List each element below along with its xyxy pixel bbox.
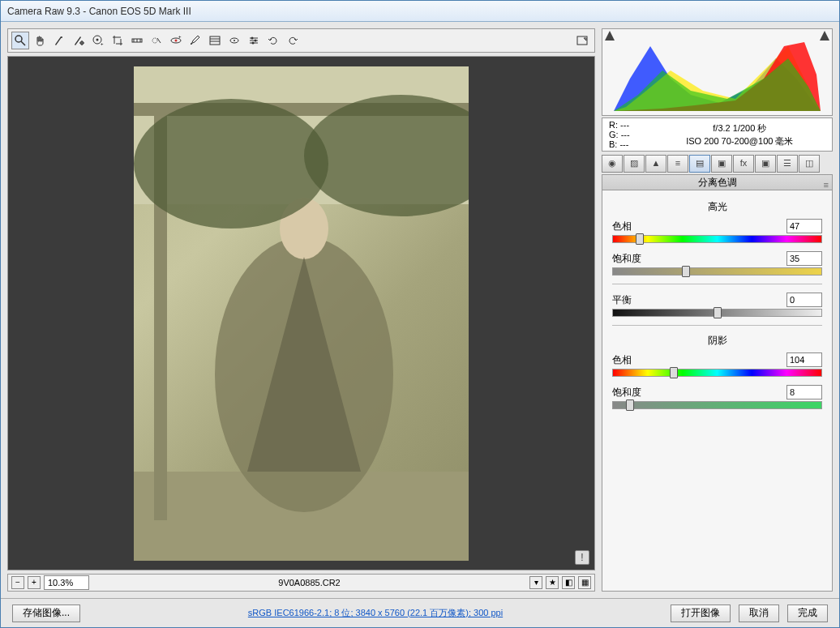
adjustment-brush-tool-icon[interactable] [186,32,204,49]
cancel-button[interactable]: 取消 [739,605,779,622]
highlight-hue-slider[interactable] [612,235,822,243]
graduated-filter-tool-icon[interactable] [206,32,224,49]
preview-footer: − + 10.3% 9V0A0885.CR2 ▾ ★ ◧ ▦ [7,574,595,592]
divider2 [612,325,822,326]
shadows-heading: 阴影 [612,334,822,348]
split-toning-panel: 高光 色相 饱和度 [602,190,833,592]
panel-title: 分离色调 [698,177,737,188]
svg-rect-17 [210,36,220,45]
tab-fx[interactable]: fx [733,155,754,173]
tab-camera[interactable]: ▣ [755,155,776,173]
thumbnail-icon[interactable]: ▦ [578,576,591,589]
zoom-level[interactable]: 10.3% [44,575,89,590]
tab-presets[interactable]: ☰ [777,155,798,173]
highlight-clip-icon[interactable] [820,31,829,41]
b-value: B: --- [609,139,630,149]
top-toolbar: + + [7,28,595,53]
shadow-sat-row: 饱和度 [612,385,822,409]
red-eye-tool-icon[interactable]: + [167,32,185,49]
preferences-icon[interactable] [245,32,263,49]
filename-label: 9V0A0885.CR2 [92,578,526,587]
svg-line-1 [21,41,25,45]
crop-tool-icon[interactable] [109,32,126,49]
shadow-sat-slider[interactable] [612,401,822,409]
balance-input[interactable] [786,293,822,307]
shadow-hue-input[interactable] [786,352,822,367]
balance-row: 平衡 [612,293,822,317]
targeted-adjustment-tool-icon[interactable]: + [89,32,107,49]
highlight-sat-slider[interactable] [612,267,822,276]
histogram[interactable] [602,28,833,116]
rotate-ccw-icon[interactable] [264,32,282,49]
compare-icon[interactable]: ◧ [562,576,575,589]
shadow-hue-slider[interactable] [612,369,822,377]
svg-point-35 [134,99,328,229]
highlight-hue-label: 色相 [612,220,632,233]
spot-removal-tool-icon[interactable] [148,32,165,49]
radial-filter-tool-icon[interactable] [225,32,243,49]
svg-point-7 [96,39,99,41]
svg-point-21 [234,40,235,41]
tab-curve[interactable]: ▨ [624,155,645,173]
tab-hsl[interactable]: ≡ [667,155,688,173]
titlebar: Camera Raw 9.3 - Canon EOS 5D Mark III [1,1,839,22]
rotate-cw-icon[interactable] [284,32,302,49]
tab-split-toning[interactable]: ▤ [689,155,710,173]
left-pane: + + [7,28,595,592]
right-pane: R: --- G: --- B: --- f/3.2 1/200 秒 ISO 2… [602,28,833,592]
done-button[interactable]: 完成 [787,605,828,622]
footer: 存储图像... sRGB IEC61966-2.1; 8 位; 3840 x 5… [1,598,839,627]
svg-point-25 [251,37,254,40]
exif-panel: R: --- G: --- B: --- f/3.2 1/200 秒 ISO 2… [602,117,833,152]
panel-header: 分离色调 ≡ [602,174,833,190]
panel-menu-icon[interactable]: ≡ [824,177,829,192]
balance-slider[interactable] [612,309,822,317]
image-preview[interactable]: ! [7,56,595,570]
svg-point-26 [255,40,257,42]
tab-basic[interactable]: ◉ [602,155,623,173]
workflow-link[interactable]: sRGB IEC61966-2.1; 8 位; 3840 x 5760 (22.… [88,607,662,619]
rating-icon[interactable]: ★ [546,576,559,589]
preview-image [134,66,469,561]
rgb-readout: R: --- G: --- B: --- [609,120,630,149]
hand-tool-icon[interactable] [31,32,49,49]
shadow-hue-row: 色相 [612,352,822,377]
open-image-button[interactable]: 打开图像 [671,605,731,622]
highlight-sat-row: 饱和度 [612,251,822,276]
zoom-tool-icon[interactable] [11,32,29,49]
g-value: G: --- [609,130,630,139]
zoom-in-icon[interactable]: + [28,576,41,589]
svg-point-27 [252,42,255,45]
straighten-tool-icon[interactable] [128,32,146,49]
tab-lens[interactable]: ▣ [711,155,732,173]
warning-icon[interactable]: ! [575,550,589,565]
panel-tabs: ◉ ▨ ▲ ≡ ▤ ▣ fx ▣ ☰ ◫ [602,155,833,173]
balance-label: 平衡 [612,293,632,307]
svg-point-13 [152,38,157,43]
white-balance-tool-icon[interactable] [50,32,68,49]
shadow-sat-label: 饱和度 [612,386,641,399]
fullscreen-icon[interactable] [573,32,591,49]
highlight-sat-label: 饱和度 [612,252,641,266]
highlight-sat-input[interactable] [786,251,822,266]
tab-snapshots[interactable]: ◫ [799,155,820,173]
shadow-sat-input[interactable] [786,385,822,399]
svg-text:+: + [101,41,104,46]
exif-line1: f/3.2 1/200 秒 [654,122,825,135]
save-image-button[interactable]: 存储图像... [12,605,80,622]
histogram-svg [614,34,821,111]
camera-raw-window: Camera Raw 9.3 - Canon EOS 5D Mark III +… [0,0,840,628]
shadow-hue-label: 色相 [612,353,632,367]
divider [612,284,822,284]
r-value: R: --- [609,120,630,130]
content-area: + + [1,22,839,598]
color-sampler-tool-icon[interactable] [70,32,88,49]
svg-point-15 [175,40,178,42]
tab-detail[interactable]: ▲ [645,155,666,173]
zoom-out-icon[interactable]: − [11,576,24,589]
filter-icon[interactable]: ▾ [529,576,542,589]
highlight-hue-input[interactable] [786,219,822,233]
svg-point-0 [15,36,22,42]
highlight-hue-row: 色相 [612,219,822,243]
svg-point-2 [61,36,62,38]
